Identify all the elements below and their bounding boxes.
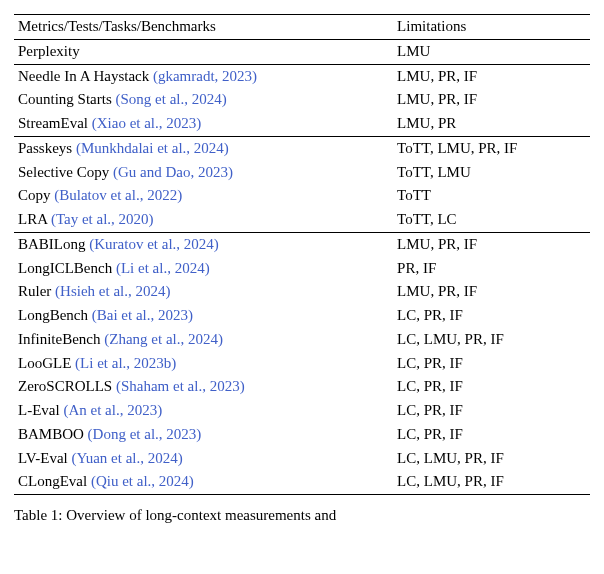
citation-link[interactable]: (Bulatov et al., 2022)	[54, 187, 182, 203]
table-row: PerplexityLMU	[14, 39, 590, 64]
metric-name: Selective Copy	[18, 164, 113, 180]
table-row: CLongEval (Qiu et al., 2024)LC, LMU, PR,…	[14, 470, 590, 494]
citation-link[interactable]: (Yuan et al., 2024)	[71, 450, 182, 466]
metric-cell: LongBench (Bai et al., 2023)	[14, 304, 393, 328]
limitation-cell: PR, IF	[393, 257, 590, 281]
metric-cell: LV-Eval (Yuan et al., 2024)	[14, 447, 393, 471]
table-row: BAMBOO (Dong et al., 2023)LC, PR, IF	[14, 423, 590, 447]
citation-link[interactable]: (Xiao et al., 2023)	[92, 115, 202, 131]
citation-link[interactable]: (Bai et al., 2023)	[92, 307, 193, 323]
metric-cell: Selective Copy (Gu and Dao, 2023)	[14, 161, 393, 185]
citation-link[interactable]: (Kuratov et al., 2024)	[89, 236, 219, 252]
metric-cell: Ruler (Hsieh et al., 2024)	[14, 280, 393, 304]
metric-cell: Copy (Bulatov et al., 2022)	[14, 184, 393, 208]
citation-link[interactable]: (Hsieh et al., 2024)	[55, 283, 170, 299]
metric-cell: LooGLE (Li et al., 2023b)	[14, 352, 393, 376]
metric-cell: BAMBOO (Dong et al., 2023)	[14, 423, 393, 447]
limitation-cell: ToTT	[393, 184, 590, 208]
limitation-cell: ToTT, LC	[393, 208, 590, 232]
citation-link[interactable]: (An et al., 2023)	[63, 402, 162, 418]
table-row: Passkeys (Munkhdalai et al., 2024)ToTT, …	[14, 136, 590, 160]
table-row: StreamEval (Xiao et al., 2023)LMU, PR	[14, 112, 590, 136]
metric-cell: LRA (Tay et al., 2020)	[14, 208, 393, 232]
table-row: LooGLE (Li et al., 2023b)LC, PR, IF	[14, 352, 590, 376]
table-row: Copy (Bulatov et al., 2022)ToTT	[14, 184, 590, 208]
metric-name: StreamEval	[18, 115, 92, 131]
caption-label: Table 1:	[14, 507, 63, 523]
metric-name: LV-Eval	[18, 450, 71, 466]
limitation-cell: LC, PR, IF	[393, 399, 590, 423]
citation-link[interactable]: (Zhang et al., 2024)	[104, 331, 223, 347]
table-caption: Table 1: Overview of long-context measur…	[14, 507, 590, 524]
citation-link[interactable]: (Song et al., 2024)	[116, 91, 227, 107]
limitation-cell: LC, PR, IF	[393, 352, 590, 376]
table-row: LV-Eval (Yuan et al., 2024)LC, LMU, PR, …	[14, 447, 590, 471]
citation-link[interactable]: (Li et al., 2024)	[116, 260, 210, 276]
citation-link[interactable]: (gkamradt, 2023)	[153, 68, 257, 84]
metric-name: BABILong	[18, 236, 89, 252]
limitation-cell: LMU, PR	[393, 112, 590, 136]
metric-name: Passkeys	[18, 140, 76, 156]
metric-name: Ruler	[18, 283, 55, 299]
metric-name: LRA	[18, 211, 51, 227]
benchmark-table: Metrics/Tests/Tasks/Benchmarks Limitatio…	[14, 14, 590, 495]
metric-cell: Counting Starts (Song et al., 2024)	[14, 88, 393, 112]
metric-name: Counting Starts	[18, 91, 116, 107]
table-row: Needle In A Haystack (gkamradt, 2023)LMU…	[14, 64, 590, 88]
citation-link[interactable]: (Tay et al., 2020)	[51, 211, 154, 227]
limitation-cell: LMU, PR, IF	[393, 88, 590, 112]
table-row: LRA (Tay et al., 2020)ToTT, LC	[14, 208, 590, 232]
metric-name: LongICLBench	[18, 260, 116, 276]
limitation-cell: LC, PR, IF	[393, 375, 590, 399]
metric-name: BAMBOO	[18, 426, 88, 442]
limitation-cell: ToTT, LMU, PR, IF	[393, 136, 590, 160]
caption-text: Overview of long-context measurements an…	[63, 507, 337, 523]
metric-cell: Perplexity	[14, 39, 393, 64]
limitation-cell: LC, LMU, PR, IF	[393, 447, 590, 471]
table-row: Selective Copy (Gu and Dao, 2023)ToTT, L…	[14, 161, 590, 185]
metric-name: ZeroSCROLLS	[18, 378, 116, 394]
metric-name: CLongEval	[18, 473, 91, 489]
limitation-cell: LC, PR, IF	[393, 304, 590, 328]
metric-cell: Passkeys (Munkhdalai et al., 2024)	[14, 136, 393, 160]
citation-link[interactable]: (Li et al., 2023b)	[75, 355, 176, 371]
metric-cell: L-Eval (An et al., 2023)	[14, 399, 393, 423]
citation-link[interactable]: (Qiu et al., 2024)	[91, 473, 194, 489]
citation-link[interactable]: (Gu and Dao, 2023)	[113, 164, 233, 180]
metric-cell: InfiniteBench (Zhang et al., 2024)	[14, 328, 393, 352]
col-header-metrics: Metrics/Tests/Tasks/Benchmarks	[14, 15, 393, 40]
metric-name: Copy	[18, 187, 54, 203]
limitation-cell: LC, PR, IF	[393, 423, 590, 447]
metric-cell: BABILong (Kuratov et al., 2024)	[14, 232, 393, 256]
metric-cell: CLongEval (Qiu et al., 2024)	[14, 470, 393, 494]
metric-name: LongBench	[18, 307, 92, 323]
limitation-cell: LMU, PR, IF	[393, 232, 590, 256]
citation-link[interactable]: (Munkhdalai et al., 2024)	[76, 140, 229, 156]
table-row: BABILong (Kuratov et al., 2024)LMU, PR, …	[14, 232, 590, 256]
metric-name: LooGLE	[18, 355, 75, 371]
limitation-cell: LC, LMU, PR, IF	[393, 328, 590, 352]
table-row: ZeroSCROLLS (Shaham et al., 2023)LC, PR,…	[14, 375, 590, 399]
metric-cell: Needle In A Haystack (gkamradt, 2023)	[14, 64, 393, 88]
table-row: Counting Starts (Song et al., 2024)LMU, …	[14, 88, 590, 112]
metric-name: Perplexity	[18, 43, 80, 59]
table-row: L-Eval (An et al., 2023)LC, PR, IF	[14, 399, 590, 423]
table-header-row: Metrics/Tests/Tasks/Benchmarks Limitatio…	[14, 15, 590, 40]
citation-link[interactable]: (Shaham et al., 2023)	[116, 378, 245, 394]
metric-cell: LongICLBench (Li et al., 2024)	[14, 257, 393, 281]
metric-name: L-Eval	[18, 402, 63, 418]
limitation-cell: ToTT, LMU	[393, 161, 590, 185]
table-row: Ruler (Hsieh et al., 2024)LMU, PR, IF	[14, 280, 590, 304]
limitation-cell: LMU, PR, IF	[393, 280, 590, 304]
limitation-cell: LMU, PR, IF	[393, 64, 590, 88]
col-header-limitations: Limitations	[393, 15, 590, 40]
limitation-cell: LC, LMU, PR, IF	[393, 470, 590, 494]
metric-cell: StreamEval (Xiao et al., 2023)	[14, 112, 393, 136]
table-row: LongBench (Bai et al., 2023)LC, PR, IF	[14, 304, 590, 328]
table-row: InfiniteBench (Zhang et al., 2024)LC, LM…	[14, 328, 590, 352]
metric-name: Needle In A Haystack	[18, 68, 153, 84]
metric-name: InfiniteBench	[18, 331, 104, 347]
table-row: LongICLBench (Li et al., 2024)PR, IF	[14, 257, 590, 281]
limitation-cell: LMU	[393, 39, 590, 64]
citation-link[interactable]: (Dong et al., 2023)	[88, 426, 202, 442]
